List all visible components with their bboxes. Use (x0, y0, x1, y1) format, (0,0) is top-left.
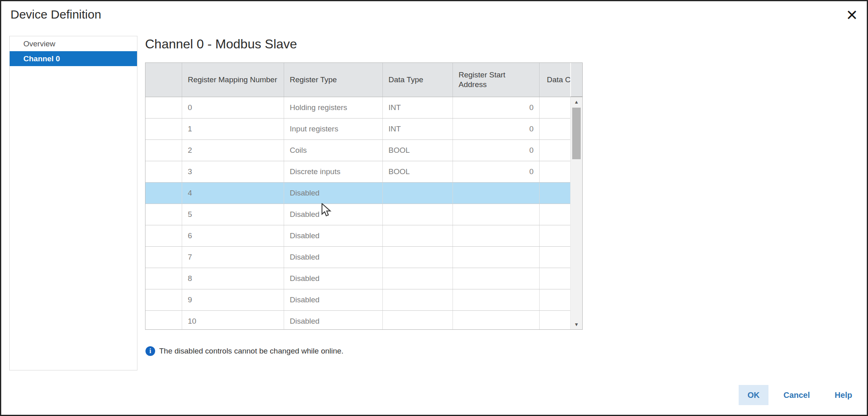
scrollbar-header-spacer (570, 63, 582, 97)
table-row[interactable]: 7Disabled (145, 247, 583, 268)
info-icon: i (145, 346, 155, 356)
table-cell[interactable]: 8 (182, 268, 284, 289)
sidebar-item-label: Channel 0 (23, 54, 60, 63)
table-cell[interactable]: BOOL (383, 140, 453, 161)
table-cell[interactable] (383, 247, 453, 268)
sidebar-item-overview[interactable]: Overview (10, 36, 137, 51)
table-cell[interactable]: 10 (182, 311, 284, 330)
table-row[interactable]: 1Input registersINT01000 (145, 119, 583, 140)
table-row[interactable]: 8Disabled (145, 268, 583, 289)
column-header: Register Type (284, 63, 383, 97)
column-header: Register Mapping Number (182, 63, 284, 97)
table-cell[interactable]: Disabled (284, 311, 383, 330)
table-cell[interactable] (453, 268, 540, 289)
scroll-thumb[interactable] (572, 108, 581, 159)
table-row[interactable]: 9Disabled (145, 289, 583, 311)
scrollbar-track[interactable]: ▲ ▼ (570, 97, 582, 329)
register-table: Register Mapping NumberRegister TypeData… (145, 63, 583, 330)
table-cell[interactable] (145, 289, 182, 311)
column-header (145, 63, 182, 97)
table-cell[interactable]: INT (383, 97, 453, 119)
info-message: i The disabled controls cannot be change… (145, 346, 343, 356)
table-cell[interactable] (145, 268, 182, 289)
table-cell[interactable] (145, 247, 182, 268)
table-cell[interactable] (453, 311, 540, 330)
table-cell[interactable]: 0 (453, 119, 540, 140)
dialog-title: Device Definition (10, 8, 101, 21)
table-cell[interactable]: 4 (182, 183, 284, 204)
scroll-up-icon[interactable]: ▲ (571, 97, 582, 107)
table-cell[interactable] (383, 289, 453, 311)
table-cell[interactable]: 7 (182, 247, 284, 268)
table-cell[interactable]: Disabled (284, 247, 383, 268)
table-cell[interactable]: Input registers (284, 119, 383, 140)
table-row[interactable]: 4Disabled (145, 183, 583, 204)
table-cell[interactable] (145, 311, 182, 330)
table-cell[interactable]: 6 (182, 225, 284, 247)
register-mapping-grid: Register Mapping NumberRegister TypeData… (145, 62, 583, 330)
scroll-down-icon[interactable]: ▼ (571, 320, 582, 329)
table-cell[interactable]: Disabled (284, 183, 383, 204)
navigation-sidebar: Overview Channel 0 (9, 36, 137, 370)
table-cell[interactable]: 2 (182, 140, 284, 161)
table-cell[interactable] (145, 225, 182, 247)
table-cell[interactable] (145, 183, 182, 204)
page-title: Channel 0 - Modbus Slave (145, 37, 297, 52)
table-row[interactable]: 0Holding registersINT01000 (145, 97, 583, 119)
table-cell[interactable]: Disabled (284, 289, 383, 311)
table-cell[interactable] (453, 204, 540, 225)
table-body: 0Holding registersINT010001Input registe… (145, 97, 583, 330)
table-cell[interactable]: 5 (182, 204, 284, 225)
table-cell[interactable]: 0 (453, 161, 540, 183)
ok-button[interactable]: OK (739, 385, 768, 405)
table-cell[interactable] (453, 225, 540, 247)
table-row[interactable]: 10Disabled (145, 311, 583, 330)
table-cell[interactable]: INT (383, 119, 453, 140)
table-cell[interactable] (383, 204, 453, 225)
table-row[interactable]: 5Disabled (145, 204, 583, 225)
table-cell[interactable]: Disabled (284, 225, 383, 247)
table-cell[interactable]: Disabled (284, 268, 383, 289)
table-cell[interactable] (145, 204, 182, 225)
table-cell[interactable] (145, 119, 182, 140)
table-cell[interactable]: 1 (182, 119, 284, 140)
cancel-button[interactable]: Cancel (776, 385, 818, 405)
close-icon[interactable]: ✕ (842, 5, 862, 25)
table-cell[interactable]: Disabled (284, 204, 383, 225)
column-header: Register Start Address (453, 63, 540, 97)
table-cell[interactable] (453, 289, 540, 311)
table-cell[interactable]: BOOL (383, 161, 453, 183)
column-header: Data Type (383, 63, 453, 97)
table-cell[interactable] (383, 268, 453, 289)
table-cell[interactable]: 9 (182, 289, 284, 311)
info-message-text: The disabled controls cannot be changed … (159, 347, 343, 356)
table-cell[interactable] (453, 247, 540, 268)
table-cell[interactable]: 0 (453, 140, 540, 161)
table-cell[interactable] (383, 311, 453, 330)
table-cell[interactable] (453, 183, 540, 204)
table-row[interactable]: 2CoilsBOOL01280 (145, 140, 583, 161)
table-cell[interactable]: 0 (453, 97, 540, 119)
table-cell[interactable] (145, 161, 182, 183)
table-cell[interactable] (383, 183, 453, 204)
table-cell[interactable] (383, 225, 453, 247)
table-cell[interactable]: Discrete inputs (284, 161, 383, 183)
table-cell[interactable]: 0 (182, 97, 284, 119)
table-cell[interactable]: Coils (284, 140, 383, 161)
help-button[interactable]: Help (826, 385, 861, 405)
device-definition-dialog: Device Definition ✕ Overview Channel 0 C… (0, 0, 868, 416)
sidebar-item-channel-0[interactable]: Channel 0 (10, 51, 137, 66)
table-header: Register Mapping NumberRegister TypeData… (145, 63, 583, 97)
sidebar-item-label: Overview (23, 40, 55, 48)
table-cell[interactable]: 3 (182, 161, 284, 183)
table-cell[interactable] (145, 140, 182, 161)
table-scrollbar[interactable]: ▲ ▼ (570, 63, 582, 329)
table-row[interactable]: 3Discrete inputsBOOL01280 (145, 161, 583, 183)
table-row[interactable]: 6Disabled (145, 225, 583, 247)
table-cell[interactable]: Holding registers (284, 97, 383, 119)
table-cell[interactable] (145, 97, 182, 119)
